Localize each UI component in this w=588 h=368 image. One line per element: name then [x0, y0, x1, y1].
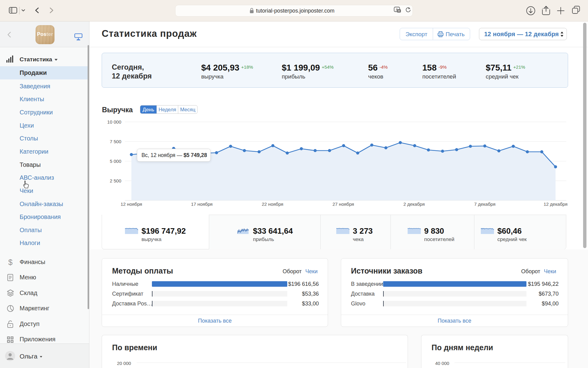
svg-text:2 500: 2 500 — [110, 178, 121, 183]
svg-text:12 декабря: 12 декабря — [544, 201, 567, 207]
svg-text:17 ноября: 17 ноября — [191, 201, 213, 207]
svg-text:7 декабря: 7 декабря — [474, 201, 496, 207]
svg-text:7 500: 7 500 — [110, 139, 121, 144]
svg-text:2 декабря: 2 декабря — [403, 201, 425, 207]
svg-text:22 ноября: 22 ноября — [262, 201, 284, 207]
svg-text:27 ноября: 27 ноября — [333, 201, 354, 207]
svg-text:$: $ — [8, 259, 13, 266]
svg-text:12 ноября: 12 ноября — [121, 201, 142, 207]
svg-text:10 000: 10 000 — [107, 119, 121, 125]
svg-text:5 000: 5 000 — [110, 159, 121, 164]
